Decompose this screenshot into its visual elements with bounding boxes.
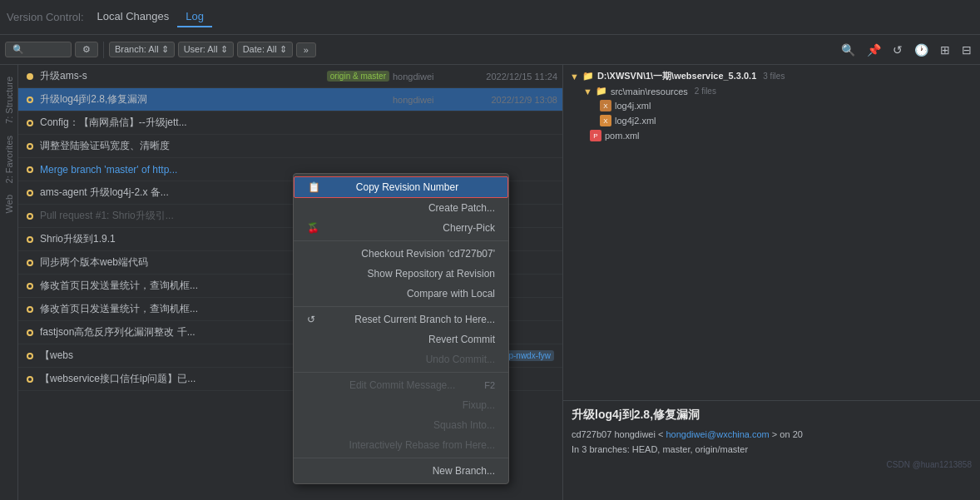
commit-dot <box>27 213 33 220</box>
root-path: D:\XWSVN\1\一期\webservice_5.3.0.1 <box>597 70 756 82</box>
graph-col <box>23 166 40 173</box>
list-item[interactable]: X log4j2.xml <box>567 113 977 128</box>
commit-message: Config：【南网鼎信】--升级jett... <box>40 116 557 130</box>
commit-dot <box>27 73 33 80</box>
separator <box>294 372 508 373</box>
commit-dot <box>27 353 33 359</box>
table-row[interactable]: 调整登陆验证码宽度、清晰度 <box>18 135 562 158</box>
menu-label: Cherry-Pick <box>443 222 495 234</box>
menu-item-checkout[interactable]: Checkout Revision 'cd727b07' <box>294 244 508 264</box>
email-close: > <box>772 429 777 439</box>
branch-tag: origin & master <box>327 71 389 82</box>
commit-date: 2022/12/9 13:08 <box>458 95 557 105</box>
arrow-icon: ▼ <box>570 72 579 82</box>
graph-col <box>23 260 40 266</box>
toolbar-right: 🔍 📌 ↺ 🕐 ⊞ ⊟ <box>838 42 975 58</box>
commit-dot <box>27 306 33 313</box>
branch-info: In 3 branches: HEAD, master, origin/mast… <box>572 443 972 458</box>
left-tabs: 7: Structure 2: Favorites Web <box>0 65 18 500</box>
commit-message: 升级ams-s <box>40 69 327 83</box>
menu-item-create-patch[interactable]: Create Patch... <box>294 198 508 218</box>
graph-col <box>23 143 40 150</box>
context-menu: 📋 Copy Revision Number Create Patch... 🍒… <box>293 173 509 484</box>
commit-hash: cd727b07 <box>572 429 611 439</box>
pom-icon: P <box>590 130 601 141</box>
commit-author: hongdiwei <box>393 72 451 82</box>
pin-icon-btn[interactable]: 📌 <box>864 42 884 58</box>
graph-col <box>23 190 40 196</box>
tab-log[interactable]: Log <box>177 7 212 27</box>
list-item[interactable]: X log4j.xml <box>567 98 977 113</box>
separator <box>294 306 508 307</box>
menu-label: Undo Commit... <box>426 354 495 365</box>
path-row: ▼ 📁 D:\XWSVN\1\一期\webservice_5.3.0.1 3 f… <box>567 68 977 84</box>
search-box[interactable]: 🔍 <box>5 42 72 57</box>
menu-item-copy-revision[interactable]: 📋 Copy Revision Number <box>294 176 508 198</box>
commit-dot <box>27 260 33 266</box>
sub-path-row: ▼ 📁 src\main\resources 2 files <box>567 84 977 98</box>
toolbar: 🔍 ⚙ Branch: All ⇕ User: All ⇕ Date: All … <box>0 35 980 65</box>
menu-label: Reset Current Branch to Here... <box>354 314 495 325</box>
commit-author: hongdiwei <box>393 95 451 105</box>
settings-button[interactable]: ⚙ <box>75 42 98 57</box>
commit-dot <box>27 329 33 336</box>
list-item[interactable]: P pom.xml <box>567 128 977 143</box>
grid2-icon-btn[interactable]: ⊟ <box>958 42 975 58</box>
sidebar-item-web[interactable]: Web <box>2 191 16 216</box>
graph-col <box>23 329 40 336</box>
file-count: 3 files <box>763 72 784 81</box>
user-filter[interactable]: User: All ⇕ <box>178 42 234 57</box>
gear-icon: ⚙ <box>82 44 91 55</box>
date-prefix: on 20 <box>780 429 803 439</box>
sidebar-item-structure[interactable]: 7: Structure <box>2 73 16 127</box>
menu-label: Edit Commit Message... <box>349 379 455 391</box>
menu-item-compare-local[interactable]: Compare with Local <box>294 284 508 304</box>
separator <box>294 240 508 241</box>
menu-item-interactively-rebase[interactable]: Interactively Rebase from Here... <box>294 435 508 455</box>
sub-file-count: 2 files <box>695 87 716 96</box>
commit-dot <box>27 143 33 150</box>
commit-dot <box>27 283 33 290</box>
table-row[interactable]: Config：【南网鼎信】--升级jett... <box>18 111 562 135</box>
folder-icon: 📁 <box>596 86 607 97</box>
menu-item-undo-commit[interactable]: Undo Commit... <box>294 349 508 369</box>
date-filter[interactable]: Date: All ⇕ <box>237 42 293 57</box>
grid-icon-btn[interactable]: ⊞ <box>937 42 953 58</box>
menu-label: Show Repository at Revision <box>368 268 495 280</box>
menu-item-cherry-pick[interactable]: 🍒 Cherry-Pick <box>294 218 508 238</box>
expand-button[interactable]: » <box>296 42 316 57</box>
menu-item-new-branch[interactable]: New Branch... <box>294 461 508 481</box>
table-row[interactable]: 升级log4j到2.8,修复漏洞 hongdiwei 2022/12/9 13:… <box>18 88 562 111</box>
version-control-label: Version Control: <box>7 11 84 23</box>
menu-item-reset-branch[interactable]: ↺ Reset Current Branch to Here... <box>294 309 508 329</box>
commit-detail-panel: 升级log4j到2.8,修复漏洞 cd727b07 hongdiwei < ho… <box>563 400 980 500</box>
commit-dot <box>27 166 33 173</box>
menu-label: Fixup... <box>463 399 495 411</box>
undo-icon-btn[interactable]: ↺ <box>889 42 906 58</box>
clock-icon-btn[interactable]: 🕐 <box>911 42 932 58</box>
tab-local-changes[interactable]: Local Changes <box>89 7 178 27</box>
commit-dot <box>27 376 33 383</box>
shortcut-f2: F2 <box>484 380 495 390</box>
graph-col <box>23 376 40 383</box>
log-panel[interactable]: 升级ams-s origin & master hongdiwei 2022/1… <box>18 65 563 500</box>
menu-label: Compare with Local <box>407 288 495 300</box>
separator <box>294 458 508 458</box>
reset-icon: ↺ <box>307 314 315 325</box>
file-name: log4j.xml <box>615 101 651 111</box>
search-icon: 🔍 <box>12 44 24 55</box>
menu-item-fixup[interactable]: Fixup... <box>294 395 508 415</box>
menu-item-edit-message[interactable]: Edit Commit Message... F2 <box>294 375 508 395</box>
commit-date: 2022/12/15 11:24 <box>458 72 557 82</box>
sidebar-item-favorites[interactable]: 2: Favorites <box>2 132 16 186</box>
menu-item-revert-commit[interactable]: Revert Commit <box>294 329 508 349</box>
branch-filter[interactable]: Branch: All ⇕ <box>109 42 175 57</box>
commit-email: hongdiwei@wxchina.com <box>666 429 770 439</box>
separator <box>103 42 104 58</box>
graph-col <box>23 97 40 103</box>
menu-item-show-repo[interactable]: Show Repository at Revision <box>294 264 508 284</box>
menu-item-squash-into[interactable]: Squash Into... <box>294 415 508 435</box>
table-row[interactable]: 升级ams-s origin & master hongdiwei 2022/1… <box>18 65 562 88</box>
search-icon-btn[interactable]: 🔍 <box>838 42 859 58</box>
email-separator: < <box>658 429 663 439</box>
